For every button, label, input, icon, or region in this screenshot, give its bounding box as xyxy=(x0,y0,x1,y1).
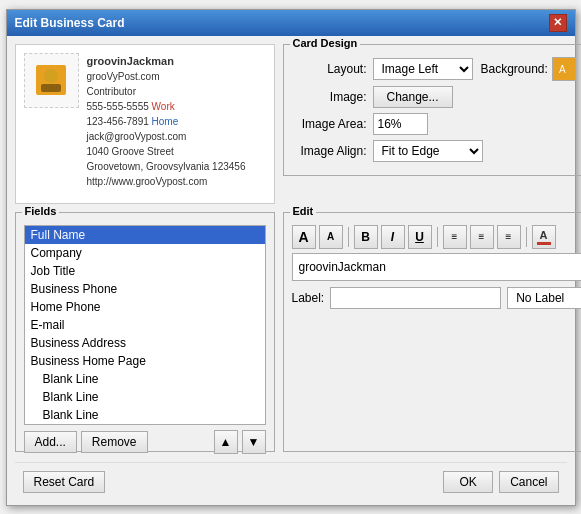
image-align-label: Image Align: xyxy=(292,144,367,158)
toolbar-separator-3 xyxy=(526,227,527,247)
preview-company: grooVyPost.com xyxy=(87,69,246,84)
preview-email: jack@grooVypost.com xyxy=(87,129,246,144)
card-preview: groovinJackman grooVyPost.com Contributo… xyxy=(15,44,275,204)
decrease-font-button[interactable]: A xyxy=(319,225,343,249)
fields-list-item[interactable]: E-mail xyxy=(25,316,265,334)
fields-buttons-row: Add... Remove ▲ ▼ xyxy=(24,430,266,454)
fields-list-item[interactable]: Home Phone xyxy=(25,298,265,316)
toolbar-separator-1 xyxy=(348,227,349,247)
logo-image xyxy=(36,65,66,95)
fields-list-item[interactable]: Business Address xyxy=(25,334,265,352)
card-design-title: Card Design xyxy=(290,37,361,49)
fields-title: Fields xyxy=(22,205,60,217)
label-input[interactable] xyxy=(330,287,501,309)
fields-list-item[interactable]: Blank Line xyxy=(25,406,265,424)
image-label: Image: xyxy=(292,90,367,104)
image-area-input[interactable] xyxy=(374,114,428,134)
change-image-button[interactable]: Change... xyxy=(373,86,453,108)
font-color-icon: A xyxy=(537,229,551,245)
fields-list-item[interactable]: Blank Line xyxy=(25,424,265,425)
align-left-button[interactable]: ≡ xyxy=(443,225,467,249)
move-up-button[interactable]: ▲ xyxy=(214,430,238,454)
edit-text-input[interactable] xyxy=(292,253,582,281)
label-label: Label: xyxy=(292,291,325,305)
image-area-label: Image Area: xyxy=(292,117,367,131)
edit-group-box: Edit A A B I U ≡ ≡ ≡ xyxy=(283,212,582,452)
fields-list-item[interactable]: Full Name xyxy=(25,226,265,244)
add-field-button[interactable]: Add... xyxy=(24,431,77,453)
fields-group-box: Fields Full NameCompanyJob TitleBusiness… xyxy=(15,212,275,452)
fields-list-item[interactable]: Business Home Page xyxy=(25,352,265,370)
image-area-control: ▲ ▼ xyxy=(373,113,576,135)
svg-point-0 xyxy=(44,69,58,83)
fields-list-item[interactable]: Business Phone xyxy=(25,280,265,298)
dialog-title: Edit Business Card xyxy=(15,16,125,30)
preview-url: http://www.grooVypost.com xyxy=(87,174,246,189)
bottom-buttons-row: Reset Card OK Cancel xyxy=(15,462,567,497)
image-align-row: Image Align: Fit to Edge Stretch to Fit … xyxy=(292,140,576,162)
label-row: Label: No Label Work Home Other A xyxy=(292,286,582,310)
fields-listbox[interactable]: Full NameCompanyJob TitleBusiness PhoneH… xyxy=(24,225,266,425)
move-down-button[interactable]: ▼ xyxy=(242,430,266,454)
reset-card-button[interactable]: Reset Card xyxy=(23,471,106,493)
italic-button[interactable]: I xyxy=(381,225,405,249)
layout-row: Layout: Image Left Image Right Image Top… xyxy=(292,57,576,81)
fields-list-item[interactable]: Company xyxy=(25,244,265,262)
image-control: Change... xyxy=(373,86,576,108)
fields-list-item[interactable]: Blank Line xyxy=(25,388,265,406)
fields-list-item[interactable]: Blank Line xyxy=(25,370,265,388)
image-align-control: Fit to Edge Stretch to Fit Tile Center xyxy=(373,140,576,162)
card-text-area: groovinJackman grooVyPost.com Contributo… xyxy=(87,53,246,190)
align-right-button[interactable]: ≡ xyxy=(497,225,521,249)
preview-title: Contributor xyxy=(87,84,246,99)
layout-label: Layout: xyxy=(292,62,367,76)
ok-button[interactable]: OK xyxy=(443,471,493,493)
titlebar: Edit Business Card ✕ xyxy=(7,10,575,36)
remove-field-button[interactable]: Remove xyxy=(81,431,148,453)
edit-title: Edit xyxy=(290,205,317,217)
underline-button[interactable]: U xyxy=(408,225,432,249)
bold-button[interactable]: B xyxy=(354,225,378,249)
fields-list-item[interactable]: Job Title xyxy=(25,262,265,280)
preview-phone2: 123-456-7891 Home xyxy=(87,114,246,129)
background-button[interactable]: A xyxy=(552,57,576,81)
edit-toolbar: A A B I U ≡ ≡ ≡ A xyxy=(292,225,582,249)
card-design-group: Card Design Layout: Image Left Image Rig… xyxy=(283,44,582,176)
layout-select[interactable]: Image Left Image Right Image Top No Imag… xyxy=(373,58,473,80)
layout-control: Image Left Image Right Image Top No Imag… xyxy=(373,57,576,81)
increase-font-button[interactable]: A xyxy=(292,225,316,249)
edit-panel: Edit A A B I U ≡ ≡ ≡ xyxy=(283,212,582,458)
image-align-select[interactable]: Fit to Edge Stretch to Fit Tile Center xyxy=(373,140,483,162)
preview-address2: Groovetown, Groovsylvania 123456 xyxy=(87,159,246,174)
background-label: Background: xyxy=(481,62,548,76)
preview-address1: 1040 Groove Street xyxy=(87,144,246,159)
label-select[interactable]: No Label Work Home Other xyxy=(507,287,581,309)
card-design-panel: Card Design Layout: Image Left Image Rig… xyxy=(283,44,582,204)
svg-text:A: A xyxy=(559,64,566,75)
svg-rect-1 xyxy=(41,84,61,92)
font-color-button[interactable]: A xyxy=(532,225,556,249)
image-row: Image: Change... xyxy=(292,86,576,108)
image-area-spinbox: ▲ ▼ xyxy=(373,113,428,135)
toolbar-separator-2 xyxy=(437,227,438,247)
image-area-row: Image Area: ▲ ▼ xyxy=(292,113,576,135)
card-logo xyxy=(24,53,79,108)
fields-panel: Fields Full NameCompanyJob TitleBusiness… xyxy=(15,212,275,458)
align-center-button[interactable]: ≡ xyxy=(470,225,494,249)
preview-name: groovinJackman xyxy=(87,53,246,70)
cancel-button[interactable]: Cancel xyxy=(499,471,558,493)
edit-business-card-dialog: Edit Business Card ✕ groovinJackman groo… xyxy=(6,9,576,506)
close-button[interactable]: ✕ xyxy=(549,14,567,32)
preview-phone1: 555-555-5555 Work xyxy=(87,99,246,114)
